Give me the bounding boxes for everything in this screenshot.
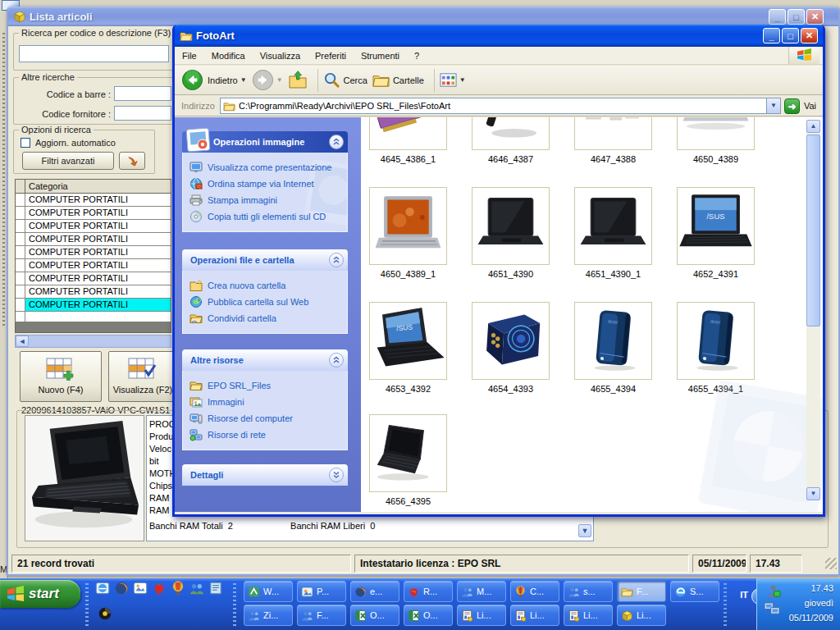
category-cell[interactable]: COMPUTER PORTATILI xyxy=(25,233,171,245)
row-selector[interactable] xyxy=(16,259,25,272)
panel-header[interactable]: Altre risorse xyxy=(182,349,348,371)
category-cell[interactable]: COMPUTER PORTATILI xyxy=(25,299,171,311)
taskbar-button-W[interactable]: W... xyxy=(244,581,293,602)
taskbar-button-e[interactable]: e... xyxy=(350,581,399,602)
lista-titlebar[interactable]: Lista articoli _ □ ✕ xyxy=(8,7,838,26)
menu-item-help[interactable]: ? xyxy=(407,48,427,63)
thumbnail-4650_4389_1[interactable] xyxy=(369,187,447,265)
taskbar-button-O[interactable]: O... xyxy=(404,605,453,626)
views-dropdown-icon[interactable]: ▼ xyxy=(459,76,466,84)
lista-maximize-button[interactable]: □ xyxy=(788,9,805,25)
category-cell[interactable]: COMPUTER PORTATILI xyxy=(25,259,171,272)
menu-item-strumenti[interactable]: Strumenti xyxy=(354,48,407,63)
quicklaunch-separator[interactable] xyxy=(85,583,89,626)
taskband-separator[interactable] xyxy=(233,583,236,626)
task-link[interactable]: Crea nuova cartella xyxy=(189,277,342,294)
new-button[interactable]: Nuovo (F4) xyxy=(20,351,102,402)
barcode-input[interactable] xyxy=(114,86,171,101)
task-link[interactable]: Ordina stampe via Internet xyxy=(189,176,342,192)
task-link[interactable]: Copia tutti gli elementi sul CD xyxy=(189,208,342,225)
category-table[interactable]: Categoria COMPUTER PORTATILICOMPUTER POR… xyxy=(15,179,171,333)
tray-network-icon[interactable] xyxy=(764,601,781,617)
thumbnail-4655_4394[interactable]: acer xyxy=(574,302,652,380)
tray-time[interactable]: 17.43 xyxy=(810,583,833,593)
taskbar-button-P[interactable]: P... xyxy=(297,581,346,602)
thumbnail-label[interactable]: 4654_4393 xyxy=(463,384,558,394)
category-cell[interactable]: COMPUTER PORTATILI xyxy=(25,272,171,285)
taskbar-button-Li[interactable]: Li... xyxy=(510,605,559,626)
view-button[interactable]: Visualizza (F2) xyxy=(108,351,177,402)
resize-grip[interactable] xyxy=(825,558,837,569)
fotoart-titlebar[interactable]: FotoArt _ □ ✕ xyxy=(175,25,823,47)
launcher-media-icon[interactable] xyxy=(98,606,112,621)
row-selector[interactable] xyxy=(16,207,25,219)
menu-item-modifica[interactable]: Modifica xyxy=(204,48,253,63)
task-link[interactable]: Risorse di rete xyxy=(189,427,342,443)
filters-arrow-button[interactable] xyxy=(119,152,145,170)
category-cell[interactable]: COMPUTER PORTATILI xyxy=(25,246,171,258)
back-button[interactable]: Indietro ▼ xyxy=(181,69,247,91)
content-vscrollbar[interactable]: ▲ ▼ xyxy=(806,120,820,500)
address-field[interactable]: C:\Programmi\Ready\Archivi\EPO SRL_Files… xyxy=(220,98,781,114)
thumbnail-label[interactable]: 4650_4389_1 xyxy=(361,269,455,279)
address-path[interactable]: C:\Programmi\Ready\Archivi\EPO SRL_Files… xyxy=(239,101,766,111)
table-row[interactable]: COMPUTER PORTATILI xyxy=(16,259,171,272)
chevron-up-icon[interactable] xyxy=(329,353,344,368)
scroll-down-arrow-icon[interactable]: ▼ xyxy=(806,487,820,500)
task-link[interactable]: Immagini xyxy=(189,394,342,410)
thumbnail-label[interactable]: 4655_4394 xyxy=(566,384,660,394)
launcher-balloon-icon[interactable] xyxy=(171,581,185,596)
thumbnail-label[interactable]: 4646_4387 xyxy=(463,154,558,164)
task-link[interactable]: Visualizza come presentazione xyxy=(189,159,342,176)
go-button[interactable]: ➜ Vai xyxy=(784,98,816,114)
table-row[interactable]: COMPUTER PORTATILI xyxy=(16,299,171,312)
scroll-up-arrow-icon[interactable]: ▲ xyxy=(806,120,820,133)
table-row[interactable]: COMPUTER PORTATILI xyxy=(16,285,171,299)
auto-update-checkbox[interactable] xyxy=(21,138,30,148)
tray-language-badge[interactable]: IT xyxy=(740,590,748,600)
menu-item-preferiti[interactable]: Preferiti xyxy=(308,48,354,63)
thumbnail-label[interactable]: 4647_4388 xyxy=(566,154,660,164)
table-row[interactable]: COMPUTER PORTATILI xyxy=(16,272,171,285)
panel-header[interactable]: Operazioni file e cartella xyxy=(182,249,348,271)
thumbnail-4650_4389[interactable] xyxy=(677,117,755,150)
taskbar-button-Li[interactable]: Li... xyxy=(564,605,613,626)
panel-header[interactable]: Operazioni immagine xyxy=(182,131,348,153)
chevron-down-icon[interactable] xyxy=(329,468,344,482)
thumbnail-label[interactable]: 4651_4390_1 xyxy=(566,269,660,279)
task-link[interactable]: Stampa immagini xyxy=(189,192,342,208)
taskbar-button-R[interactable]: R... xyxy=(404,581,453,602)
row-selector[interactable] xyxy=(16,246,25,258)
search-button[interactable]: Cerca xyxy=(323,71,368,89)
row-selector[interactable] xyxy=(16,299,25,311)
table-row[interactable]: COMPUTER PORTATILI xyxy=(16,246,171,259)
lista-close-button[interactable]: ✕ xyxy=(806,9,824,25)
taskbar-button-F[interactable]: F... xyxy=(617,581,666,602)
thumbnail-4654_4393[interactable] xyxy=(472,302,550,380)
row-selector[interactable] xyxy=(16,285,25,298)
views-button[interactable]: ▼ xyxy=(440,71,466,89)
advanced-filters-button[interactable]: Filtri avanzati xyxy=(22,152,114,170)
task-link[interactable]: Condividi cartella xyxy=(189,310,342,326)
thumbnail-4655_4394_1[interactable]: acer xyxy=(677,302,755,380)
launcher-notes-icon[interactable] xyxy=(208,581,223,596)
tray-user-icon[interactable] xyxy=(767,584,781,598)
launcher-ie-icon[interactable] xyxy=(95,581,110,596)
panel-header[interactable]: Dettagli xyxy=(182,464,348,486)
search-input[interactable] xyxy=(19,45,169,62)
thumbnail-label[interactable]: 4651_4390 xyxy=(463,269,558,279)
table-row[interactable]: COMPUTER PORTATILI xyxy=(16,207,171,220)
forward-button[interactable]: ▼ xyxy=(252,69,283,91)
thumbnail-label[interactable]: 4652_4391 xyxy=(669,269,763,279)
thumbnail-4646_4387[interactable] xyxy=(472,117,550,150)
category-cell[interactable]: COMPUTER PORTATILI xyxy=(25,285,171,298)
row-selector[interactable] xyxy=(16,272,25,285)
taskbar-button-S[interactable]: S... xyxy=(670,581,719,602)
launcher-strawberry-icon[interactable] xyxy=(152,581,167,596)
row-selector[interactable] xyxy=(16,194,25,206)
menu-item-file[interactable]: File xyxy=(175,48,204,63)
address-dropdown-icon[interactable]: ▼ xyxy=(766,98,780,113)
thumbnail-4647_4388[interactable] xyxy=(574,117,652,150)
thumbnail-label[interactable]: 4656_4395 xyxy=(361,496,455,506)
launcher-photo-icon[interactable] xyxy=(133,581,148,596)
